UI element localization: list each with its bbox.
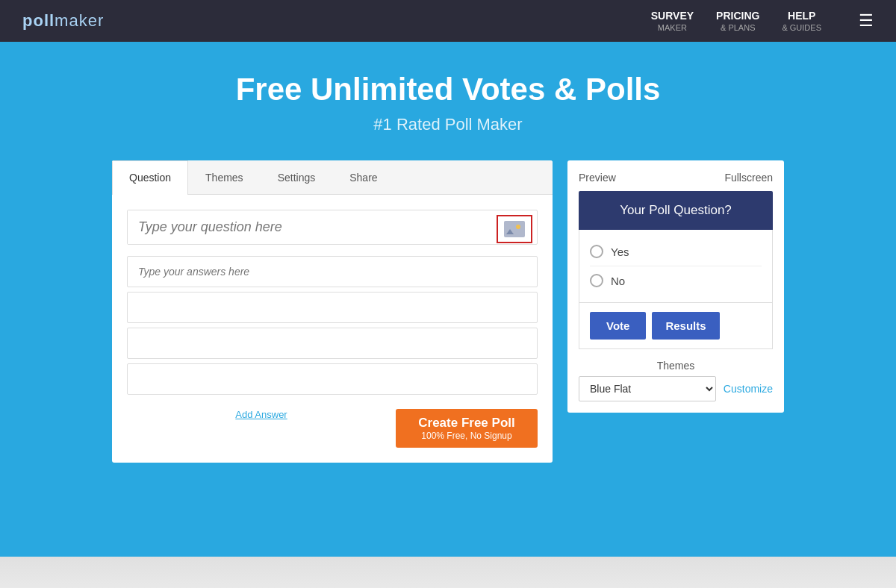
hero-section: Free Unlimited Votes & Polls #1 Rated Po…: [0, 42, 896, 557]
preview-panel: Preview Fullscreen Your Poll Question? Y…: [567, 160, 784, 413]
preview-header: Preview Fullscreen: [579, 172, 773, 184]
radio-yes[interactable]: [590, 245, 603, 258]
tab-bar: Question Themes Settings Share: [112, 160, 553, 195]
create-poll-button[interactable]: Create Free Poll 100% Free, No Signup: [396, 409, 538, 448]
poll-options: Yes No: [579, 230, 773, 303]
image-icon: [504, 221, 525, 237]
content-row: Question Themes Settings Share: [112, 160, 784, 463]
nav-survey-main: SURVEY: [651, 9, 694, 22]
panel-body: Add Answer Create Free Poll 100% Free, N…: [112, 195, 553, 463]
radio-no[interactable]: [590, 274, 603, 287]
results-button[interactable]: Results: [652, 312, 719, 340]
customize-link[interactable]: Customize: [724, 383, 773, 395]
tab-settings[interactable]: Settings: [261, 160, 333, 194]
brand-logo[interactable]: pollmaker: [22, 11, 651, 31]
navbar: pollmaker SURVEY MAKER PRICING & PLANS H…: [0, 0, 896, 42]
hamburger-icon[interactable]: ☰: [859, 11, 874, 31]
themes-row: Blue Flat Red Bold Green Clean Dark Pro …: [579, 376, 773, 401]
nav-pricing[interactable]: PRICING & PLANS: [716, 9, 759, 33]
tab-share[interactable]: Share: [332, 160, 394, 194]
answer-input-4[interactable]: [127, 363, 538, 395]
themes-section: Themes Blue Flat Red Bold Green Clean Da…: [579, 360, 773, 401]
image-upload-button[interactable]: [497, 215, 532, 243]
nav-pricing-main: PRICING: [716, 9, 759, 22]
nav-survey[interactable]: SURVEY MAKER: [651, 9, 694, 33]
brand-part1: poll: [22, 11, 55, 30]
nav-survey-sub: MAKER: [651, 22, 694, 33]
nav-pricing-sub: & PLANS: [716, 22, 759, 33]
poll-option-yes-label: Yes: [611, 245, 629, 258]
nav-help[interactable]: HELP & GUIDES: [782, 9, 821, 33]
answer-input-2[interactable]: [127, 292, 538, 323]
question-panel: Question Themes Settings Share: [112, 160, 553, 463]
answer-input-3[interactable]: [127, 328, 538, 359]
nav-help-sub: & GUIDES: [782, 22, 821, 33]
vote-button[interactable]: Vote: [590, 312, 646, 340]
question-input[interactable]: [128, 210, 497, 244]
question-input-wrapper: [127, 210, 538, 245]
bottom-area: [0, 557, 896, 588]
themes-select[interactable]: Blue Flat Red Bold Green Clean Dark Pro: [579, 376, 716, 401]
create-btn-main-text: Create Free Poll: [396, 416, 538, 431]
nav-help-main: HELP: [782, 9, 821, 22]
themes-label: Themes: [579, 360, 773, 372]
poll-option-no[interactable]: No: [590, 266, 762, 295]
poll-question-box: Your Poll Question?: [579, 191, 773, 230]
poll-buttons: Vote Results: [579, 303, 773, 349]
poll-option-yes[interactable]: Yes: [590, 237, 762, 266]
hero-title: Free Unlimited Votes & Polls: [15, 72, 881, 107]
poll-option-no-label: No: [611, 275, 625, 287]
tab-themes[interactable]: Themes: [188, 160, 261, 194]
hero-subtitle: #1 Rated Poll Maker: [15, 115, 881, 134]
fullscreen-button[interactable]: Fullscreen: [724, 172, 773, 184]
brand-part2: maker: [55, 11, 104, 30]
answer-input-1[interactable]: [127, 256, 538, 287]
tab-question[interactable]: Question: [112, 160, 188, 195]
main-nav: SURVEY MAKER PRICING & PLANS HELP & GUID…: [651, 9, 874, 33]
preview-label: Preview: [579, 172, 616, 184]
create-btn-sub-text: 100% Free, No Signup: [396, 431, 538, 441]
add-answer-link[interactable]: Add Answer: [235, 409, 287, 420]
